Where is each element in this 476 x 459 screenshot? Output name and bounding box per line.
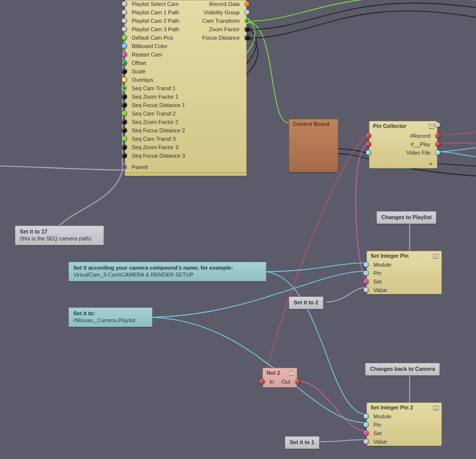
left-port[interactable] bbox=[366, 142, 371, 147]
pin-label: Seq Zoom Factor 2 bbox=[132, 119, 178, 125]
input-port[interactable] bbox=[364, 414, 369, 419]
input-port[interactable] bbox=[122, 119, 127, 124]
input-port[interactable] bbox=[364, 271, 369, 276]
input-port[interactable] bbox=[364, 287, 369, 292]
comment-set-to-2: Set it to 2 bbox=[289, 296, 323, 309]
grip-icon[interactable] bbox=[433, 254, 439, 259]
input-playlist-cam-3-path: Playlist Cam 3 Path bbox=[125, 25, 202, 34]
output-visibility-group: Visibility Group bbox=[192, 8, 247, 17]
in-port[interactable] bbox=[260, 379, 264, 384]
output-focus-distance: Focus Distance bbox=[192, 34, 247, 42]
input-port[interactable] bbox=[122, 44, 127, 49]
input-seq-zoom-factor-3: Seq Zoom Factor 3 bbox=[125, 143, 202, 152]
input-port[interactable] bbox=[122, 18, 127, 23]
pin-set: Set bbox=[367, 429, 442, 438]
input-port[interactable] bbox=[122, 69, 127, 74]
pin-label: Pin bbox=[373, 422, 381, 428]
input-port[interactable] bbox=[122, 165, 127, 170]
set-int-title: Set Integer Pin bbox=[370, 253, 438, 259]
input-seq-zoom-factor-1: Seq Zoom Factor 1 bbox=[125, 93, 202, 101]
add-pin-port[interactable] bbox=[435, 122, 440, 127]
pin-pin: Pin bbox=[367, 421, 442, 429]
grip-icon[interactable] bbox=[428, 124, 434, 129]
input-restart-cam: Restart Cam bbox=[125, 51, 202, 59]
output-port[interactable] bbox=[245, 1, 250, 6]
pin-label: Set bbox=[373, 430, 382, 436]
input-port[interactable] bbox=[122, 10, 127, 15]
not-2-node[interactable]: Not 2 In Out bbox=[263, 368, 297, 388]
left-port[interactable] bbox=[366, 150, 371, 155]
input-port[interactable] bbox=[122, 86, 127, 91]
pin-label: Seq Focus Distance 1 bbox=[132, 102, 185, 108]
output-port[interactable] bbox=[245, 18, 250, 23]
right-port[interactable] bbox=[435, 150, 440, 155]
control-board-node[interactable]: Control Board bbox=[289, 119, 338, 172]
pin-set: Set bbox=[367, 278, 442, 286]
input-port[interactable] bbox=[122, 1, 127, 6]
input-parent: Parent bbox=[125, 163, 202, 172]
comment-camera-compound: Set it according your camera compound's … bbox=[68, 262, 266, 282]
input-port[interactable] bbox=[122, 111, 127, 116]
pin-label: Set bbox=[373, 279, 382, 285]
pin-label: Seq Cam Transf 2 bbox=[132, 111, 176, 116]
comment-changes-camera: Changes back to Camera bbox=[365, 363, 440, 376]
pin-label: Seq Cam Transf 1 bbox=[132, 85, 176, 91]
input-port[interactable] bbox=[122, 77, 127, 82]
pin-collector-node[interactable]: Pin Collector #Record#__PlayVideo File + bbox=[369, 121, 437, 169]
input-port[interactable] bbox=[122, 128, 127, 133]
input-port[interactable] bbox=[122, 153, 127, 158]
input-port[interactable] bbox=[122, 145, 127, 150]
input-seq-cam-transf-1: Seq Cam Transf 1 bbox=[125, 84, 202, 93]
comment-set-17: Set it to 17 (this is the SEQ camera pat… bbox=[15, 226, 104, 245]
pin-label: Billboard Color bbox=[132, 43, 167, 49]
input-port[interactable] bbox=[364, 439, 369, 444]
input-port[interactable] bbox=[122, 94, 127, 99]
input-seq-focus-distance-1: Seq Focus Distance 1 bbox=[125, 101, 202, 110]
output-port[interactable] bbox=[245, 27, 250, 32]
comment-set-to-1: Set it to 1 bbox=[285, 436, 319, 449]
collector-video-file: Video File bbox=[369, 149, 437, 157]
input-seq-focus-distance-3: Seq Focus Distance 3 bbox=[125, 152, 202, 160]
input-playlist-cam-2-path: Playlist Cam 2 Path bbox=[125, 17, 202, 25]
pin-module: Module bbox=[367, 261, 442, 269]
input-port[interactable] bbox=[122, 52, 127, 57]
input-default-cam-pos: Default Cam Pos bbox=[125, 34, 202, 42]
input-port[interactable] bbox=[122, 35, 127, 40]
pin-label: Visibility Group bbox=[204, 9, 240, 15]
right-port[interactable] bbox=[435, 142, 440, 147]
pin-label: Scale bbox=[132, 68, 146, 74]
pin-label: Offset bbox=[132, 60, 146, 66]
input-port[interactable] bbox=[122, 136, 127, 141]
input-port[interactable] bbox=[364, 279, 369, 284]
add-pin-button[interactable]: + bbox=[429, 161, 432, 167]
camera-setup-node[interactable]: Playlist Select CamPlaylist Cam 1 PathPl… bbox=[125, 0, 247, 176]
input-port[interactable] bbox=[122, 27, 127, 32]
pin-label: Seq Focus Distance 2 bbox=[132, 127, 185, 133]
left-port[interactable] bbox=[366, 133, 371, 138]
out-port[interactable] bbox=[295, 379, 300, 384]
set-integer-pin-node[interactable]: Set Integer Pin ModulePinSetValue bbox=[367, 251, 442, 294]
input-port[interactable] bbox=[364, 422, 369, 427]
right-port[interactable] bbox=[435, 133, 440, 138]
grip-icon[interactable] bbox=[433, 405, 439, 410]
pin-value: Value bbox=[367, 286, 442, 294]
input-port[interactable] bbox=[122, 103, 127, 108]
collector--record: #Record bbox=[369, 132, 437, 140]
input-port[interactable] bbox=[364, 431, 369, 436]
pin-value: Value bbox=[367, 438, 442, 446]
output-port[interactable] bbox=[245, 35, 250, 40]
set-int2-title: Set Integer Pin 2 bbox=[370, 404, 438, 410]
input-port[interactable] bbox=[364, 262, 369, 267]
pin-module: Module bbox=[367, 412, 442, 421]
input-playlist-select-cam: Playlist Select Cam bbox=[125, 0, 202, 8]
pin-label: Record Data bbox=[209, 1, 240, 7]
output-port[interactable] bbox=[245, 10, 250, 15]
set-integer-pin-2-node[interactable]: Set Integer Pin 2 ModulePinSetValue bbox=[367, 402, 442, 446]
grip-icon[interactable] bbox=[288, 371, 294, 376]
out-label: Out bbox=[281, 379, 290, 385]
pin-label: Playlist Cam 3 Path bbox=[132, 26, 179, 32]
pin-pin: Pin bbox=[367, 269, 442, 278]
pin-label: Seq Focus Distance 3 bbox=[132, 153, 185, 159]
input-billboard-color: Billboard Color bbox=[125, 42, 202, 51]
input-port[interactable] bbox=[122, 60, 127, 65]
